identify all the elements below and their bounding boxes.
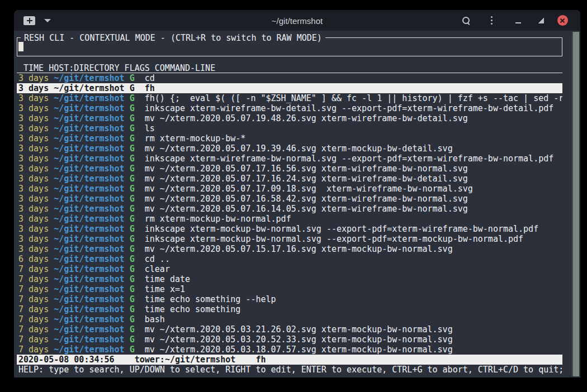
row-command: inkscape xterm-wireframe-bw-detail.svg -… xyxy=(145,103,554,113)
row-time: 3 days xyxy=(18,103,49,113)
history-row[interactable]: 7 days ~/git/termshot G clear xyxy=(17,264,562,274)
history-row[interactable]: 3 days ~/git/termshot G fh() {; eval $( … xyxy=(17,93,562,103)
minimize-icon xyxy=(515,22,521,23)
row-command: time date xyxy=(145,274,190,284)
row-flags: G xyxy=(130,294,135,304)
row-directory: ~/git/termshot xyxy=(54,83,124,93)
row-directory: ~/git/termshot xyxy=(54,133,124,144)
history-row[interactable]: 7 days ~/git/termshot G time date xyxy=(17,274,562,284)
row-command: cd .. xyxy=(145,254,170,264)
history-row[interactable]: 3 days ~/git/termshot G ls xyxy=(17,123,562,133)
row-command: mv ~/xterm.2020.05.07.16.58.42.svg xterm… xyxy=(145,194,468,204)
row-time: 3 days xyxy=(18,204,49,214)
row-time: 7 days xyxy=(18,314,49,324)
history-row[interactable]: 7 days ~/git/termshot G mv ~/xterm.2020.… xyxy=(17,345,562,355)
row-command: bash xyxy=(145,314,165,324)
row-directory: ~/git/termshot xyxy=(54,93,124,103)
row-directory: ~/git/termshot xyxy=(54,284,124,294)
status-bar: 2020-05-08 00:34:56 tower:~/git/termshot… xyxy=(17,355,562,365)
row-flags: G xyxy=(130,234,135,244)
history-row[interactable]: 3 days ~/git/termshot G mv ~/xterm.2020.… xyxy=(17,184,562,194)
history-row[interactable]: 3 days ~/git/termshot G mv ~/xterm.2020.… xyxy=(17,164,562,174)
row-command: rm xterm-mockup-bw-* xyxy=(145,133,246,144)
terminal-screen: RESH CLI - CONTEXTUAL MODE - (CTRL+R to … xyxy=(14,31,580,377)
history-row[interactable]: 7 days ~/git/termshot G mv ~/xterm.2020.… xyxy=(17,334,562,345)
scrollbar-thumb[interactable] xyxy=(572,32,579,376)
history-row[interactable]: 3 days ~/git/termshot G mv ~/xterm.2020.… xyxy=(17,204,562,214)
row-directory: ~/git/termshot xyxy=(54,234,124,244)
row-directory: ~/git/termshot xyxy=(54,274,124,284)
row-time: 3 days xyxy=(18,123,49,133)
status-host-directory: tower:~/git/termshot xyxy=(135,355,236,365)
history-row[interactable]: 3 days ~/git/termshot G inkscape xterm-w… xyxy=(17,154,562,164)
row-time: 3 days xyxy=(18,73,49,83)
row-time: 3 days xyxy=(18,244,49,254)
row-directory: ~/git/termshot xyxy=(54,294,124,304)
history-row[interactable]: 3 days ~/git/termshot G mv ~/xterm.2020.… xyxy=(17,174,562,184)
history-row[interactable]: 3 days ~/git/termshot G rm xterm-mockup-… xyxy=(17,214,562,224)
new-tab-button[interactable] xyxy=(23,16,35,25)
row-time: 7 days xyxy=(18,304,49,314)
row-directory: ~/git/termshot xyxy=(54,174,124,184)
row-time: 3 days xyxy=(18,83,49,93)
row-flags: G xyxy=(130,334,135,345)
status-command: fh xyxy=(255,355,266,365)
history-row[interactable]: 3 days ~/git/termshot G cd xyxy=(17,73,562,83)
history-row[interactable]: 7 days ~/git/termshot G mv ~/xterm.2020.… xyxy=(17,324,562,334)
row-time: 3 days xyxy=(18,224,49,234)
row-flags: G xyxy=(130,83,135,93)
history-row[interactable]: 3 days ~/git/termshot G mv ~/xterm.2020.… xyxy=(17,244,562,254)
row-directory: ~/git/termshot xyxy=(54,144,124,154)
history-row[interactable]: 3 days ~/git/termshot G rm xterm-mockup-… xyxy=(17,133,562,144)
row-command: fh xyxy=(145,83,155,93)
history-table-header: TIME HOST:DIRECTORY FLAGS COMMAND-LINE xyxy=(17,63,562,73)
row-directory: ~/git/termshot xyxy=(54,103,124,113)
menu-button[interactable] xyxy=(486,14,497,27)
row-directory: ~/git/termshot xyxy=(54,214,124,224)
row-directory: ~/git/termshot xyxy=(54,334,124,345)
row-command: time echo something xyxy=(145,304,241,314)
row-directory: ~/git/termshot xyxy=(54,204,124,214)
row-directory: ~/git/termshot xyxy=(54,164,124,174)
row-flags: G xyxy=(130,324,135,334)
history-row[interactable]: 6 days ~/git/termshot G cd .. xyxy=(17,254,562,264)
row-time: 3 days xyxy=(18,93,49,103)
row-flags: G xyxy=(130,274,135,284)
titlebar: ~/git/termshot xyxy=(14,10,580,31)
history-row-selected[interactable]: 3 days ~/git/termshot G fh xyxy=(17,83,562,93)
restore-button[interactable] xyxy=(535,14,546,27)
row-directory: ~/git/termshot xyxy=(54,113,124,123)
row-flags: G xyxy=(130,73,135,83)
scrollbar[interactable] xyxy=(571,32,579,376)
row-directory: ~/git/termshot xyxy=(54,264,124,274)
row-time: 7 days xyxy=(18,264,49,274)
search-query-box[interactable]: RESH CLI - CONTEXTUAL MODE - (CTRL+R to … xyxy=(17,37,562,56)
row-flags: G xyxy=(130,93,135,103)
row-flags: G xyxy=(130,214,135,224)
chevron-down-icon[interactable] xyxy=(44,19,51,22)
resh-cli-app: RESH CLI - CONTEXTUAL MODE - (CTRL+R to … xyxy=(17,31,562,375)
minimize-button[interactable] xyxy=(513,14,524,27)
history-row[interactable]: 3 days ~/git/termshot G inkscape xterm-m… xyxy=(17,224,562,234)
history-row[interactable]: 7 days ~/git/termshot G bash xyxy=(17,314,562,324)
row-command: ls xyxy=(145,123,155,133)
history-row[interactable]: 3 days ~/git/termshot G inkscape xterm-w… xyxy=(17,103,562,113)
history-row[interactable]: 7 days ~/git/termshot G time x=1 xyxy=(17,284,562,294)
row-time: 3 days xyxy=(18,234,49,244)
row-time: 3 days xyxy=(18,144,49,154)
history-row[interactable]: 7 days ~/git/termshot G time echo someth… xyxy=(17,304,562,314)
history-row[interactable]: 7 days ~/git/termshot G time echo someth… xyxy=(17,294,562,304)
row-time: 7 days xyxy=(18,334,49,345)
history-rows: 3 days ~/git/termshot G cd3 days ~/git/t… xyxy=(17,73,562,355)
titlebar-controls xyxy=(461,10,568,31)
row-flags: G xyxy=(130,264,135,274)
row-command: mv ~/xterm.2020.05.03.21.26.02.svg xterm… xyxy=(145,324,453,334)
row-flags: G xyxy=(130,194,135,204)
history-row[interactable]: 3 days ~/git/termshot G mv ~/xterm.2020.… xyxy=(17,144,562,154)
close-button[interactable] xyxy=(557,14,568,27)
search-button[interactable] xyxy=(461,14,472,27)
history-row[interactable]: 3 days ~/git/termshot G mv ~/xterm.2020.… xyxy=(17,113,562,123)
history-row[interactable]: 3 days ~/git/termshot G mv ~/xterm.2020.… xyxy=(17,194,562,204)
history-row[interactable]: 3 days ~/git/termshot G inkscape xterm-m… xyxy=(17,234,562,244)
row-time: 7 days xyxy=(18,345,49,355)
